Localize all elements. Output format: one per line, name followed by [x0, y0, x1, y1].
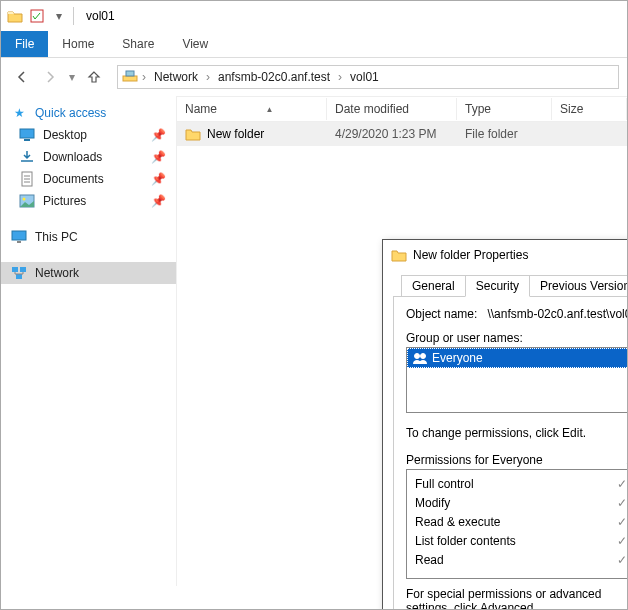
pin-icon: 📌 [151, 150, 166, 164]
group-list-label: Group or user names: [406, 331, 628, 345]
quick-access-header[interactable]: ★ Quick access [1, 102, 176, 124]
sidebar-item-this-pc[interactable]: This PC [1, 226, 176, 248]
permission-row: Read & execute ✓ [415, 512, 628, 531]
navbar: ▾ › Network › anfsmb-02c0.anf.test › vol… [1, 58, 627, 96]
properties-qat-icon[interactable] [27, 6, 47, 26]
chevron-right-icon[interactable]: › [140, 70, 148, 84]
address-bar[interactable]: › Network › anfsmb-02c0.anf.test › vol01 [117, 65, 619, 89]
properties-dialog: New folder Properties ✕ General Security… [382, 239, 628, 610]
permissions-list: Full control ✓ Modify ✓ Read & execute ✓… [406, 469, 628, 579]
folder-icon [185, 126, 201, 142]
tab-file[interactable]: File [1, 31, 48, 57]
tab-security[interactable]: Security [465, 275, 530, 297]
back-button[interactable] [9, 64, 35, 90]
computer-icon [11, 229, 27, 245]
allow-check-icon: ✓ [595, 515, 628, 529]
folder-icon [5, 6, 25, 26]
allow-check-icon: ✓ [595, 534, 628, 548]
tab-previous-versions[interactable]: Previous Versions [529, 275, 628, 297]
chevron-down-icon[interactable]: ▾ [49, 6, 69, 26]
star-icon: ★ [11, 105, 27, 121]
file-name: New folder [207, 127, 264, 141]
chevron-right-icon[interactable]: › [204, 70, 212, 84]
downloads-icon [19, 149, 35, 165]
sidebar-item-label: Downloads [43, 150, 102, 164]
window-title: vol01 [86, 9, 115, 23]
file-list-pane: Name▲ Date modified Type Size New folder… [176, 96, 627, 586]
sidebar-item-documents[interactable]: Documents 📌 [1, 168, 176, 190]
folder-icon [391, 247, 407, 263]
group-item-everyone[interactable]: Everyone [407, 348, 628, 368]
tab-home[interactable]: Home [48, 31, 108, 57]
tab-share[interactable]: Share [108, 31, 168, 57]
pin-icon: 📌 [151, 172, 166, 186]
svg-rect-1 [123, 76, 137, 81]
file-type: File folder [457, 125, 552, 143]
allow-check-icon: ✓ [595, 553, 628, 567]
sidebar-item-label: Network [35, 266, 79, 280]
breadcrumb-segment[interactable]: vol01 [346, 68, 383, 86]
sidebar-item-network[interactable]: Network [1, 262, 176, 284]
breadcrumb-segment[interactable]: Network [150, 68, 202, 86]
permission-name: Full control [415, 477, 595, 491]
permission-row: Full control ✓ [415, 474, 628, 493]
file-row[interactable]: New folder 4/29/2020 1:23 PM File folder [177, 122, 627, 146]
group-list[interactable]: Everyone [406, 347, 628, 413]
quick-access-label: Quick access [35, 106, 106, 120]
sidebar-item-desktop[interactable]: Desktop 📌 [1, 124, 176, 146]
forward-button [37, 64, 63, 90]
permission-name: List folder contents [415, 534, 595, 548]
permission-row: Modify ✓ [415, 493, 628, 512]
group-icon [412, 350, 428, 366]
sidebar-item-label: Pictures [43, 194, 86, 208]
edit-hint: To change permissions, click Edit. [406, 426, 586, 440]
permissions-header: Permissions for Everyone [406, 453, 614, 467]
advanced-hint: For special permissions or advanced sett… [406, 587, 628, 610]
chevron-right-icon[interactable]: › [336, 70, 344, 84]
permission-name: Modify [415, 496, 595, 510]
svg-rect-3 [20, 129, 34, 138]
column-date[interactable]: Date modified [327, 98, 457, 120]
svg-rect-4 [24, 139, 30, 141]
svg-point-14 [421, 354, 426, 359]
svg-point-7 [23, 198, 26, 201]
breadcrumb-segment[interactable]: anfsmb-02c0.anf.test [214, 68, 334, 86]
svg-point-13 [415, 354, 420, 359]
svg-rect-2 [126, 71, 134, 76]
navigation-pane: ★ Quick access Desktop 📌 Downloads 📌 Doc… [1, 96, 176, 586]
sidebar-item-label: Documents [43, 172, 104, 186]
pictures-icon [19, 193, 35, 209]
column-type[interactable]: Type [457, 98, 552, 120]
recent-dropdown-icon[interactable]: ▾ [65, 64, 79, 90]
file-date: 4/29/2020 1:23 PM [327, 125, 457, 143]
svg-rect-11 [20, 267, 26, 272]
allow-check-icon: ✓ [595, 496, 628, 510]
allow-check-icon: ✓ [595, 477, 628, 491]
permission-name: Read & execute [415, 515, 595, 529]
ribbon: File Home Share View [1, 31, 627, 57]
dialog-titlebar[interactable]: New folder Properties ✕ [383, 240, 628, 270]
sidebar-item-pictures[interactable]: Pictures 📌 [1, 190, 176, 212]
dialog-tabs: General Security Previous Versions Custo… [383, 270, 628, 296]
up-button[interactable] [81, 64, 107, 90]
allow-header: Allow [614, 453, 628, 467]
permission-row: Read ✓ [415, 550, 628, 569]
network-location-icon [122, 69, 138, 85]
documents-icon [19, 171, 35, 187]
sidebar-item-label: Desktop [43, 128, 87, 142]
dialog-body: Object name: \\anfsmb-02c0.anf.test\vol0… [393, 296, 628, 610]
desktop-icon [19, 127, 35, 143]
column-name[interactable]: Name▲ [177, 98, 327, 120]
object-name-label: Object name: [406, 307, 477, 321]
svg-rect-12 [16, 274, 22, 279]
svg-rect-10 [12, 267, 18, 272]
window-titlebar: ▾ vol01 [1, 1, 627, 31]
tab-view[interactable]: View [168, 31, 222, 57]
sort-asc-icon: ▲ [266, 105, 274, 114]
svg-rect-8 [12, 231, 26, 240]
column-size[interactable]: Size [552, 98, 627, 120]
object-name-value: \\anfsmb-02c0.anf.test\vol01\New folder [487, 307, 628, 321]
sidebar-item-downloads[interactable]: Downloads 📌 [1, 146, 176, 168]
column-headers: Name▲ Date modified Type Size [177, 96, 627, 122]
tab-general[interactable]: General [401, 275, 466, 297]
